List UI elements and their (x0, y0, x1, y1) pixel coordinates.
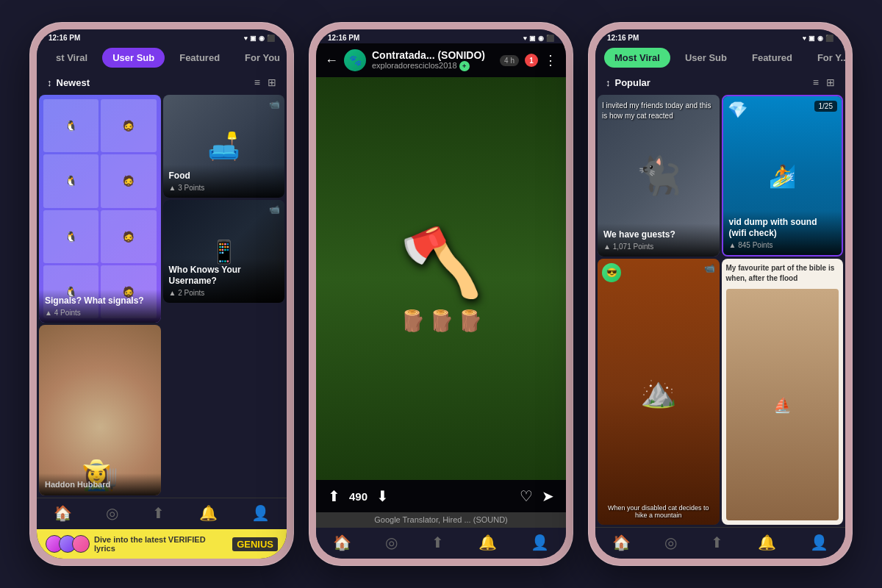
post-comic[interactable]: 🐧 🧔 🐧 🧔 🐧 🧔 (39, 95, 161, 323)
comic-scene: 🐧 🧔 🐧 🧔 🐧 🧔 (39, 95, 161, 323)
stump-2: 🪵 (429, 309, 454, 333)
more-button[interactable]: ⋮ (544, 52, 557, 68)
video-controls: ⬆ 490 ⬇ ♡ ➤ (316, 480, 566, 512)
surf-points: ▲ 845 Points (729, 241, 836, 249)
comic-panel-6: 🧔 (101, 210, 156, 263)
share-button[interactable]: ➤ (542, 487, 554, 505)
surf-emoji: 🏄 (769, 163, 796, 189)
tab-mostviral[interactable]: Most Viral (604, 48, 670, 68)
nav-home-mid[interactable]: 🏠 (333, 534, 351, 551)
col-left-right: 🐈‍⬛ I invited my friends today and this … (598, 95, 720, 525)
post-surf[interactable]: 🏄 1/25 💎 vid dump with sound (wifi check… (722, 95, 844, 257)
room-title: Food (169, 171, 279, 182)
sort-bar-right: ↕ Popular ≡ ⊞ (595, 72, 845, 93)
dark-card-info: Who Knows Your Username? ▲ 2 Points (163, 259, 285, 303)
signal-right: ▣ (808, 35, 815, 42)
grid-icon-right[interactable]: ⊞ (826, 76, 835, 88)
lady-card-info: Haddon Hubbard (39, 473, 161, 495)
post-title-mid: Contratada... (SONIDO) (372, 49, 485, 61)
tab-foryou[interactable]: For You (234, 48, 287, 68)
comic-card-info: Signals? What signals? ▲ 4 Points (39, 290, 161, 323)
avatar-3 (72, 535, 90, 553)
sort-bar-left: ↕ Newest ≡ ⊞ (37, 72, 287, 93)
filter-icon-right[interactable]: ≡ (813, 76, 819, 88)
genius-logo: GENIUS (232, 537, 278, 551)
post-avatar: 🐾 (344, 49, 366, 71)
tab-foryou-right[interactable]: For Y... (807, 48, 845, 68)
video-icon-mountain: 📹 (704, 263, 715, 273)
tab-featured-right[interactable]: Featured (742, 48, 803, 68)
wifi-icon: ◉ (259, 35, 265, 42)
post-mountain[interactable]: ⛰️ When your disabled cat decides to hik… (598, 259, 720, 525)
video-icon-dark: 📹 (269, 204, 280, 215)
video-area[interactable]: 🪓 🪵 🪵 🪵 (316, 77, 566, 480)
upvote-button[interactable]: ⬆ (328, 487, 340, 505)
nav-bell-mid[interactable]: 🔔 (478, 534, 497, 551)
nav-share-left[interactable]: ⬆ (152, 504, 165, 522)
comic-panel-2: 🧔 (101, 99, 156, 152)
signal-mid: ▣ (529, 35, 536, 42)
tab-featured[interactable]: Featured (169, 48, 230, 68)
nav-home-left[interactable]: 🏠 (54, 504, 72, 522)
comic-panel-1: 🐧 (43, 99, 98, 152)
tab-viral[interactable]: st Viral (46, 48, 98, 68)
nav-share-right[interactable]: ⬆ (711, 534, 723, 551)
sort-label-left[interactable]: Newest (57, 77, 90, 88)
filter-icon[interactable]: ≡ (254, 76, 260, 88)
comic-panel-4: 🧔 (101, 154, 156, 207)
status-bar-left: 12:16 PM ♥ ▣ ◉ ⬛ (37, 29, 287, 43)
nav-share-mid[interactable]: ⬆ (431, 534, 444, 551)
nav-profile-left[interactable]: 👤 (251, 504, 270, 522)
sort-arrow-right: ↕ (606, 77, 611, 88)
nav-explore-right[interactable]: ◎ (664, 534, 677, 551)
bottom-nav-left: 🏠 ◎ ⬆ 🔔 👤 (37, 498, 287, 529)
sort-label-right[interactable]: Popular (615, 77, 650, 88)
middle-phone: 12:16 PM ♥ ▣ ◉ ⬛ ← 🐾 Contratada... (SONI… (309, 22, 573, 566)
bible1-title: My favourite part of the bible is when, … (726, 263, 839, 284)
photo-count-badge: 1/25 (814, 101, 837, 112)
col-right: 🛋️ 📹 Food ▲ 3 Points 📱 (163, 95, 285, 495)
surf-title: vid dump with sound (wifi check) (729, 217, 836, 240)
cat-emoji: 🐈‍⬛ (636, 154, 681, 197)
video-icon-room: 📹 (269, 99, 280, 110)
stump-1: 🪵 (400, 309, 426, 333)
nav-bell-left[interactable]: 🔔 (199, 504, 218, 522)
tab-usersub-right[interactable]: User Sub (675, 48, 737, 68)
person-scene: 🪓 🪵 🪵 🪵 (400, 224, 483, 333)
heart-icon: ♥ (244, 35, 248, 42)
time-ago: 4 h (500, 55, 519, 66)
battery-icon: ⬛ (267, 35, 275, 42)
back-button[interactable]: ← (325, 53, 338, 68)
next-post-label: Google Translator, Hired ... (SOUND) (316, 512, 566, 527)
post-lady[interactable]: 👩‍🌾 Haddon Hubbard (39, 325, 161, 495)
nav-home-right[interactable]: 🏠 (612, 534, 631, 551)
vote-count: 490 (349, 490, 368, 503)
follow-icon[interactable]: + (459, 61, 470, 71)
banner-ad[interactable]: Dive into the latest VERIFIED lyrics GEN… (37, 529, 287, 559)
downvote-button[interactable]: ⬇ (376, 487, 389, 505)
post-cat[interactable]: 🐈‍⬛ I invited my friends today and this … (598, 95, 720, 257)
bible1-image: ⛵ (726, 289, 839, 520)
mountain-emoji: ⛰️ (640, 375, 677, 409)
grid-icon[interactable]: ⊞ (268, 76, 276, 88)
post-dark[interactable]: 📱 📹 Who Knows Your Username? ▲ 2 Points (163, 200, 285, 303)
nav-explore-mid[interactable]: ◎ (385, 534, 398, 551)
comic-title: Signals? What signals? (45, 295, 155, 307)
nav-profile-right[interactable]: 👤 (810, 534, 828, 551)
mountain-avatar: 😎 (602, 263, 621, 282)
upvote-icon-comic: ▲ (45, 309, 54, 317)
nav-profile-mid[interactable]: 👤 (531, 534, 549, 551)
user-info: Contratada... (SONIDO) exploradoresciclo… (372, 49, 485, 71)
col-left: 🐧 🧔 🐧 🧔 🐧 🧔 (39, 95, 161, 495)
heart-button[interactable]: ♡ (520, 487, 533, 505)
heart-icon-right: ♥ (803, 35, 806, 42)
post-room[interactable]: 🛋️ 📹 Food ▲ 3 Points (163, 95, 285, 198)
post-bible1[interactable]: My favourite part of the bible is when, … (722, 259, 844, 525)
nav-bell-right[interactable]: 🔔 (758, 534, 776, 551)
tab-usersub[interactable]: User Sub (102, 48, 165, 68)
sort-arrow-icon: ↕ (47, 77, 52, 88)
forest-scene: 🪓 🪵 🪵 🪵 (316, 77, 566, 480)
banner-text: Dive into the latest VERIFIED lyrics (94, 535, 225, 553)
diamond-badge: 💎 (728, 101, 747, 120)
nav-explore-left[interactable]: ◎ (106, 504, 118, 522)
